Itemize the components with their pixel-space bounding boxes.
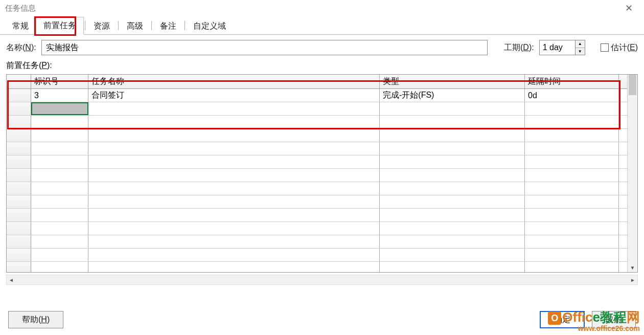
help-button[interactable]: 帮助(H) — [8, 311, 63, 328]
tab-resources[interactable]: 资源 — [86, 18, 117, 35]
row-header[interactable] — [7, 182, 31, 195]
row-header[interactable] — [7, 249, 31, 261]
predecessors-grid-wrap: 标识号 任务名称 类型 延隔时间 3 合同签订 完成-开始(FS) 0d — [6, 74, 638, 273]
predecessors-label: 前置任务(P): — [0, 58, 644, 74]
cell-type[interactable]: 完成-开始(FS) — [380, 89, 525, 102]
chevron-down-icon[interactable]: ▼ — [628, 263, 637, 272]
row-header[interactable] — [7, 222, 31, 235]
cell-lag[interactable]: 0d — [525, 89, 619, 102]
tab-predecessors[interactable]: 前置任务 — [36, 17, 84, 35]
row-header[interactable] — [7, 169, 31, 182]
tab-notes[interactable]: 备注 — [153, 18, 183, 35]
col-header-name[interactable]: 任务名称 — [88, 75, 380, 88]
button-bar: 帮助(H) 确定 取消 — [0, 304, 644, 335]
name-row: 名称(N): 工期(D): ▲ ▼ 估计(E) — [0, 35, 644, 58]
window-title: 任务信息 — [5, 4, 36, 13]
table-row[interactable] — [7, 222, 627, 235]
name-input[interactable] — [41, 40, 488, 55]
table-row[interactable] — [7, 102, 627, 116]
table-row[interactable] — [7, 169, 627, 182]
col-header-type[interactable]: 类型 — [380, 75, 525, 88]
close-icon[interactable]: ✕ — [618, 3, 639, 14]
col-header-lag[interactable]: 延隔时间 — [525, 75, 619, 88]
cell-name[interactable] — [88, 102, 380, 115]
chevron-up-icon[interactable]: ▲ — [576, 40, 585, 48]
table-row[interactable] — [7, 182, 627, 195]
name-label: 名称(N): — [6, 42, 36, 53]
col-header-id[interactable]: 标识号 — [31, 75, 88, 88]
grid-corner — [7, 75, 31, 88]
tab-general[interactable]: 常规 — [5, 18, 36, 35]
table-row[interactable] — [7, 249, 627, 262]
row-header[interactable] — [7, 155, 31, 168]
chevron-left-icon[interactable]: ◄ — [7, 275, 16, 284]
tab-custom[interactable]: 自定义域 — [186, 18, 233, 35]
table-row[interactable] — [7, 209, 627, 222]
chevron-right-icon[interactable]: ► — [628, 275, 637, 284]
table-row[interactable] — [7, 116, 627, 129]
table-row[interactable] — [7, 142, 627, 155]
scrollbar-thumb[interactable] — [629, 75, 636, 95]
duration-input[interactable] — [539, 40, 575, 55]
grid-header-row: 标识号 任务名称 类型 延隔时间 — [7, 75, 627, 89]
row-header[interactable] — [7, 116, 31, 128]
row-header[interactable] — [7, 195, 31, 208]
estimate-checkbox[interactable] — [601, 43, 609, 52]
tab-separator — [151, 21, 152, 30]
row-header[interactable] — [7, 129, 31, 142]
chevron-down-icon[interactable]: ▼ — [576, 48, 585, 55]
estimate-checkbox-wrap[interactable]: 估计(E) — [601, 42, 638, 53]
table-row[interactable] — [7, 195, 627, 209]
watermark: OOffice教程网 www.office26.com — [548, 310, 640, 332]
table-row[interactable] — [7, 262, 627, 272]
table-row[interactable] — [7, 129, 627, 142]
row-header[interactable] — [7, 102, 31, 115]
tab-separator — [85, 21, 85, 30]
duration-label: 工期(D): — [504, 42, 534, 53]
table-row[interactable] — [7, 155, 627, 169]
tab-strip: 常规 前置任务 资源 高级 备注 自定义域 — [0, 16, 644, 35]
row-header[interactable] — [7, 235, 31, 248]
cell-name[interactable]: 合同签订 — [88, 89, 380, 102]
tab-separator — [185, 21, 185, 30]
predecessors-grid[interactable]: 标识号 任务名称 类型 延隔时间 3 合同签订 完成-开始(FS) 0d — [7, 75, 627, 272]
horizontal-scrollbar[interactable]: ◄ ► — [6, 275, 638, 285]
duration-spinner[interactable]: ▲ ▼ — [539, 40, 585, 55]
task-info-dialog: 任务信息 ✕ 常规 前置任务 资源 高级 备注 自定义域 名称(N): 工期(D… — [0, 0, 644, 335]
spinner-buttons[interactable]: ▲ ▼ — [575, 40, 585, 55]
vertical-scrollbar[interactable]: ▼ — [627, 75, 637, 272]
row-header[interactable] — [7, 142, 31, 155]
row-header[interactable] — [7, 89, 31, 102]
cell-id-selected[interactable] — [31, 102, 88, 115]
tab-advanced[interactable]: 高级 — [120, 18, 150, 35]
table-row[interactable] — [7, 235, 627, 249]
cell-lag[interactable] — [525, 102, 619, 115]
row-header[interactable] — [7, 209, 31, 221]
titlebar: 任务信息 ✕ — [0, 0, 644, 16]
table-row[interactable]: 3 合同签订 完成-开始(FS) 0d — [7, 89, 627, 102]
watermark-badge-icon: O — [548, 311, 561, 325]
tab-separator — [118, 21, 119, 30]
cell-type[interactable] — [380, 102, 525, 115]
estimate-label: 估计(E) — [611, 43, 638, 52]
row-header[interactable] — [7, 262, 31, 272]
cell-id[interactable]: 3 — [31, 89, 88, 102]
